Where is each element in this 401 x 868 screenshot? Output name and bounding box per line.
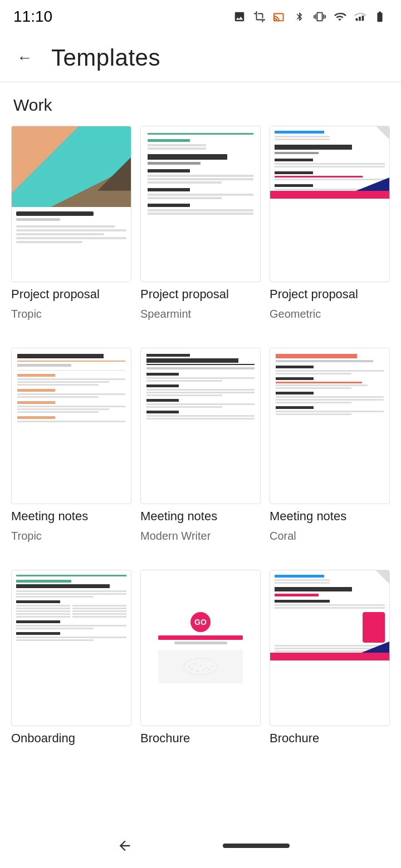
thumb-brochure-travel: GO (141, 570, 260, 726)
template-thumbnail-pp-spearmint (140, 126, 261, 282)
thumb-mn-coral (270, 348, 389, 423)
page-title: Templates (51, 45, 160, 71)
template-style-mn-tropic: Tropic (11, 529, 131, 543)
template-item-pp-spearmint[interactable]: Project proposal Spearmint (140, 126, 261, 321)
logo-circle: GO (190, 612, 211, 632)
thumb-pp-geometric (270, 126, 389, 199)
thumb-onboarding (12, 570, 131, 648)
thumb-pp-tropic (12, 126, 131, 282)
template-name-brochure-geo: Brochure (270, 731, 390, 747)
svg-rect-1 (362, 16, 364, 21)
content-area: Work (0, 82, 401, 791)
svg-point-6 (194, 663, 195, 664)
template-thumbnail-mn-coral (270, 348, 390, 504)
bluetooth-icon (292, 9, 307, 24)
template-style-pp-tropic: Tropic (11, 307, 131, 321)
signal-icon (352, 9, 368, 24)
template-item-pp-geometric[interactable]: Project proposal Geometric (270, 126, 390, 321)
template-name-mn-modern: Meeting notes (140, 509, 261, 525)
status-icons (232, 9, 388, 24)
nav-back-button[interactable] (111, 832, 138, 859)
back-button[interactable]: ← (11, 45, 38, 71)
header: ← Templates (0, 33, 401, 82)
svg-point-8 (206, 667, 207, 668)
svg-point-11 (197, 670, 198, 672)
status-bar: 11:10 (0, 0, 401, 33)
svg-rect-2 (359, 17, 361, 21)
template-name-brochure-travel: Brochure (140, 731, 261, 747)
template-thumbnail-pp-geometric (270, 126, 390, 282)
svg-point-7 (200, 665, 201, 666)
template-name-pp-geometric: Project proposal (270, 287, 390, 303)
template-thumbnail-brochure-geo (270, 570, 390, 726)
photo-icon (232, 9, 247, 24)
thumb-mn-tropic (12, 348, 131, 431)
back-arrow-icon: ← (17, 49, 32, 67)
vibrate-icon (312, 9, 327, 24)
template-style-pp-geometric: Geometric (270, 307, 390, 321)
template-name-mn-tropic: Meeting notes (11, 509, 131, 525)
svg-point-13 (208, 669, 209, 670)
svg-point-5 (189, 666, 190, 667)
thumb-brochure-geo (270, 570, 389, 660)
template-thumbnail-pp-tropic (11, 126, 131, 282)
template-style-pp-spearmint: Spearmint (140, 307, 261, 321)
section-label-work: Work (11, 96, 390, 115)
bottom-nav-bar (0, 823, 401, 868)
cast-icon (272, 9, 287, 24)
template-thumbnail-mn-modern (140, 348, 261, 504)
template-item-brochure-geo[interactable]: Brochure (270, 570, 390, 751)
template-style-mn-modern: Modern Writer (140, 529, 261, 543)
crop-icon (252, 9, 267, 24)
template-item-mn-tropic[interactable]: Meeting notes Tropic (11, 348, 131, 543)
template-item-brochure-travel[interactable]: GO (140, 570, 261, 751)
template-name-pp-tropic: Project proposal (11, 287, 131, 303)
template-item-mn-modern[interactable]: Meeting notes Modern Writer (140, 348, 261, 543)
template-thumbnail-brochure-travel: GO (140, 570, 261, 726)
thumb-pp-spearmint (141, 126, 260, 223)
battery-icon (372, 9, 388, 24)
template-style-mn-coral: Coral (270, 529, 390, 543)
template-name-mn-coral: Meeting notes (270, 509, 390, 525)
nav-home-pill[interactable] (223, 844, 290, 848)
svg-point-9 (211, 665, 212, 667)
template-item-pp-tropic[interactable]: Project proposal Tropic (11, 126, 131, 321)
template-item-mn-coral[interactable]: Meeting notes Coral (270, 348, 390, 543)
svg-point-10 (192, 669, 193, 670)
template-thumbnail-mn-tropic (11, 348, 131, 504)
template-name-onboarding: Onboarding (11, 731, 131, 747)
templates-grid-row3: Onboarding GO (11, 570, 390, 751)
thumb-mn-modern (141, 348, 260, 428)
template-item-onboarding[interactable]: Onboarding (11, 570, 131, 751)
svg-rect-3 (356, 18, 358, 21)
template-name-pp-spearmint: Project proposal (140, 287, 261, 303)
status-time: 11:10 (13, 8, 52, 26)
svg-point-12 (203, 669, 204, 670)
templates-grid-row2: Meeting notes Tropic (11, 348, 390, 543)
templates-grid-row1: Project proposal Tropic (11, 126, 390, 321)
wifi-icon (332, 9, 348, 24)
template-thumbnail-onboarding (11, 570, 131, 726)
